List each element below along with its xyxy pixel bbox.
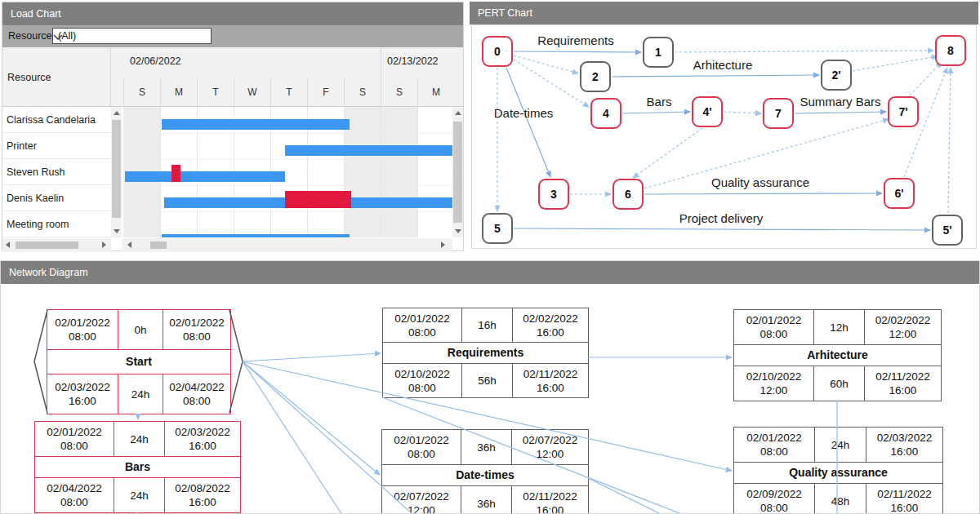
- chart-horizontal-scrollbar[interactable]: [122, 238, 452, 252]
- scroll-down-icon[interactable]: [455, 229, 461, 233]
- task-box-bars[interactable]: 02/01/202208:0024h02/03/202216:00Bars02/…: [34, 421, 240, 512]
- load-chart-grid: [122, 107, 452, 237]
- network-diagram-panel: Network Diagram 02/01/202208:000h02/01/2…: [0, 260, 980, 514]
- task-time: 08:00: [183, 330, 211, 343]
- scroll-up-icon[interactable]: [455, 111, 461, 115]
- network-connector: [243, 353, 381, 361]
- pert-node-2'[interactable]: 2': [821, 60, 852, 91]
- task-name-cell: Requirements: [382, 342, 589, 364]
- task-time: 08:00: [760, 501, 788, 513]
- pert-node-2[interactable]: 2: [580, 61, 611, 92]
- resource-filter-dropdown[interactable]: (All): [52, 28, 212, 44]
- resource-row[interactable]: Steven Rush: [2, 159, 111, 185]
- late-start-cell: 02/04/202208:00: [34, 477, 114, 513]
- task-box-date-times[interactable]: 02/01/202208:0036h02/07/202212:00Date-ti…: [381, 429, 588, 513]
- network-connector: [243, 361, 380, 475]
- early-finish-cell: 02/02/202212:00: [864, 309, 942, 345]
- resource-row[interactable]: Printer: [2, 133, 111, 159]
- pert-node-7'[interactable]: 7': [888, 96, 919, 127]
- row-separator: [122, 185, 452, 186]
- task-date: 02/09/2022: [746, 487, 802, 501]
- pert-node-0[interactable]: 0: [482, 36, 513, 67]
- task-box-arhitecture[interactable]: 02/01/202208:0012h02/02/202212:00Arhitec…: [733, 309, 941, 401]
- task-time: 12:00: [408, 503, 435, 513]
- pert-node-6[interactable]: 6: [612, 179, 644, 210]
- resource-row[interactable]: Clarissa Candelaria: [2, 107, 111, 133]
- network-diagram-canvas: 02/01/202208:000h02/01/202208:00Start02/…: [2, 285, 979, 513]
- task-date: 02/11/2022: [523, 490, 577, 503]
- task-name-cell: Start: [47, 349, 231, 374]
- pert-edge-0-3: [506, 68, 550, 177]
- task-date: 02/11/2022: [523, 367, 578, 381]
- pert-chart-panel: PERT Chart 0122'44'77'8366'55'Requiremen…: [470, 2, 978, 251]
- task-box-start[interactable]: 02/01/202208:000h02/01/202208:00Start02/…: [47, 309, 230, 414]
- duration-cell: 48h: [814, 483, 866, 513]
- task-time: 08:00: [760, 445, 788, 459]
- pert-node-4'[interactable]: 4': [692, 96, 723, 127]
- task-time: 08:00: [183, 394, 211, 408]
- task-box-requirements[interactable]: 02/01/202208:0016h02/02/202216:00Require…: [382, 308, 588, 397]
- pert-edge-5'-8: [948, 68, 951, 213]
- resource-row[interactable]: Meeting room: [2, 211, 111, 237]
- pert-node-1[interactable]: 1: [643, 37, 674, 68]
- early-finish-cell: 02/03/202216:00: [866, 427, 943, 463]
- task-box-quality-assurance[interactable]: 02/01/202208:0024h02/03/202216:00Quality…: [733, 427, 942, 513]
- scroll-left-icon[interactable]: [6, 241, 10, 248]
- scrollbar-thumb[interactable]: [453, 122, 462, 223]
- scrollbar-thumb[interactable]: [112, 120, 121, 218]
- load-bar[interactable]: [125, 171, 285, 182]
- scroll-left-icon[interactable]: [127, 241, 131, 248]
- pert-edge-label: Date-times: [494, 106, 554, 120]
- duration-cell: 24h: [814, 427, 866, 463]
- early-finish-cell: 02/01/202208:00: [163, 309, 231, 350]
- late-finish-cell: 02/08/202216:00: [164, 477, 241, 513]
- task-date: 02/07/2022: [394, 490, 449, 503]
- pert-node-6'[interactable]: 6': [884, 178, 915, 209]
- load-bar[interactable]: [285, 145, 452, 156]
- load-bar[interactable]: [162, 119, 350, 130]
- scroll-down-icon[interactable]: [114, 229, 120, 233]
- load-chart-body: Clarissa CandelariaPrinterSteven RushDen…: [2, 107, 463, 237]
- task-date: 02/01/2022: [746, 431, 802, 445]
- task-name: Arhitecture: [807, 348, 868, 362]
- resource-name-list: Clarissa CandelariaPrinterSteven RushDen…: [2, 107, 111, 237]
- task-date: 02/04/2022: [47, 481, 102, 495]
- task-duration: 48h: [831, 494, 850, 508]
- task-duration: 24h: [831, 438, 850, 452]
- task-name-cell: Bars: [34, 456, 241, 478]
- pert-node-5'[interactable]: 5': [932, 215, 963, 246]
- task-name-cell: Quality assurance: [733, 462, 943, 484]
- scroll-right-icon[interactable]: [441, 241, 445, 248]
- resource-row[interactable]: Denis Kaelin: [2, 185, 111, 211]
- pert-node-7[interactable]: 7: [763, 98, 794, 129]
- late-finish-cell: 02/11/202216:00: [866, 483, 943, 513]
- pert-edge-2-2': [612, 75, 819, 77]
- scrollbar-thumb[interactable]: [16, 241, 78, 249]
- resource-list-vertical-scrollbar[interactable]: [111, 107, 122, 237]
- duration-cell: 12h: [813, 309, 865, 345]
- load-chart-title: Load Chart: [2, 2, 463, 25]
- overload-bar[interactable]: [285, 191, 351, 208]
- task-date: 02/04/2022: [169, 380, 225, 394]
- duration-cell: 24h: [118, 374, 163, 414]
- scrollbar-thumb[interactable]: [150, 241, 167, 249]
- task-date: 02/03/2022: [175, 425, 230, 439]
- pert-node-4[interactable]: 4: [590, 98, 621, 129]
- early-finish-cell: 02/02/202216:00: [512, 308, 589, 343]
- overload-bar[interactable]: [172, 165, 180, 182]
- resource-name: Printer: [7, 140, 37, 152]
- resource-name: Steven Rush: [7, 166, 65, 178]
- day-header-cell: S: [381, 78, 417, 107]
- late-start-cell: 02/03/202216:00: [47, 374, 118, 414]
- chart-vertical-scrollbar[interactable]: [452, 107, 463, 237]
- scroll-up-icon[interactable]: [114, 111, 120, 115]
- scroll-right-icon[interactable]: [102, 241, 106, 248]
- task-date: 02/03/2022: [877, 431, 933, 445]
- pert-node-5[interactable]: 5: [482, 213, 513, 244]
- day-header-cell: S: [123, 78, 160, 107]
- pert-edge-label: Requirements: [537, 33, 613, 47]
- load-bar[interactable]: [162, 234, 350, 237]
- pert-node-3[interactable]: 3: [538, 179, 569, 210]
- pert-node-8[interactable]: 8: [935, 35, 966, 66]
- resource-list-horizontal-scrollbar[interactable]: [2, 238, 111, 252]
